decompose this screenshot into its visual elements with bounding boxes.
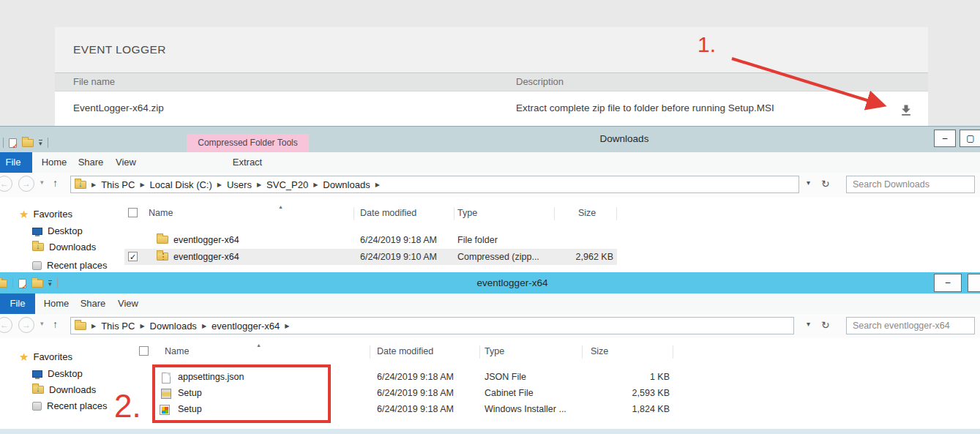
sidebar-item-desktop[interactable]: Desktop <box>32 368 83 379</box>
header-date-modified[interactable]: Date modified <box>360 208 416 218</box>
window2-search-box[interactable] <box>846 317 975 334</box>
header-name[interactable]: Name <box>165 346 189 356</box>
search-input[interactable] <box>847 318 974 334</box>
tab-file[interactable]: File <box>0 152 32 173</box>
breadcrumb-users[interactable]: Users <box>227 179 252 190</box>
recent-places-icon <box>32 261 42 270</box>
new-folder-icon[interactable] <box>31 280 43 288</box>
window2-address-row: ← → ▾ ↑ ▶This PC ▶Downloads ▶eventlogger… <box>0 314 980 338</box>
sidebar-group-favorites[interactable]: ★ Favorites <box>19 351 72 362</box>
window1-address-row: ← → ▾ ↑ ▶This PC ▶Local Disk (C:) ▶Users… <box>0 173 980 197</box>
sidebar-item-desktop[interactable]: Desktop <box>32 225 83 236</box>
annotation-step-1: 1. <box>697 32 716 57</box>
sidebar-item-downloads[interactable]: Downloads <box>32 384 96 395</box>
header-size[interactable]: Size <box>578 208 596 218</box>
header-type[interactable]: Type <box>457 208 477 218</box>
bottom-edge-strip <box>0 428 980 434</box>
file-row-eventlogger-zip[interactable]: ✓ eventlogger-x64 6/24/2019 9:10 AM Comp… <box>124 249 617 265</box>
header-name[interactable]: Name <box>149 208 173 218</box>
breadcrumb-eventlogger-x64[interactable]: eventlogger-x64 <box>212 321 280 332</box>
customize-quick-access-icon[interactable]: ▾ <box>48 280 52 287</box>
header-type[interactable]: Type <box>485 346 504 356</box>
refresh-icon[interactable]: ↻ <box>821 178 830 190</box>
folder-icon <box>75 322 86 330</box>
minimize-button[interactable]: – <box>934 130 956 147</box>
minimize-button[interactable]: – <box>934 274 962 292</box>
divider <box>57 278 58 288</box>
file-row-eventlogger-folder[interactable]: eventlogger-x64 6/24/2019 9:18 AM File f… <box>124 232 617 248</box>
explorer-window-downloads: ▾ Compressed Folder Tools Downloads – ▢ … <box>0 126 980 272</box>
quick-access-toolbar: ▾ <box>0 278 58 288</box>
download-webpage: EVENT LOGGER File name Description Event… <box>0 0 980 126</box>
recent-locations-icon[interactable]: ▾ <box>40 320 44 327</box>
list-header: Name ▲ Date modified Type Size <box>124 206 617 222</box>
sort-ascending-icon: ▲ <box>256 343 261 348</box>
list-header: Name ▲ Date modified Type Size <box>135 344 673 360</box>
forward-icon[interactable]: → <box>18 317 34 333</box>
properties-icon[interactable] <box>9 138 17 148</box>
sidebar-item-recent-places[interactable]: Recent places <box>32 260 107 271</box>
maximize-button[interactable] <box>968 274 980 292</box>
customize-quick-access-icon[interactable]: ▾ <box>39 140 42 146</box>
recent-locations-icon[interactable]: ▾ <box>40 179 44 186</box>
new-folder-icon[interactable] <box>22 139 34 147</box>
folder-icon <box>157 236 168 244</box>
breadcrumb-this-pc[interactable]: This PC <box>101 179 135 190</box>
window1-title: Downloads <box>551 133 697 144</box>
address-dropdown-icon[interactable]: ▾ <box>807 320 810 328</box>
row-checkbox-checked[interactable]: ✓ <box>128 252 138 261</box>
window2-titlebar[interactable]: ▾ eventlogger-x64 – <box>0 272 980 293</box>
refresh-icon[interactable]: ↻ <box>821 319 830 331</box>
downloads-folder-icon <box>32 243 44 251</box>
window1-ribbon-tabs: File Home Share View Extract <box>0 152 980 173</box>
zip-folder-icon <box>157 252 168 261</box>
screenshot-stage: EVENT LOGGER File name Description Event… <box>0 0 980 434</box>
folder-icon <box>0 280 7 288</box>
contextual-tab-group: Compressed Folder Tools <box>187 134 309 152</box>
maximize-button[interactable]: ▢ <box>960 130 980 147</box>
description-cell: Extract complete zip file to folder befo… <box>516 102 774 113</box>
card-header: EVENT LOGGER <box>55 27 928 73</box>
quick-access-toolbar: ▾ <box>3 138 48 148</box>
download-table-row[interactable]: EventLogger-x64.zip Extract complete zip… <box>55 91 928 126</box>
address-dropdown-icon[interactable]: ▾ <box>807 179 810 187</box>
forward-icon[interactable]: → <box>18 176 34 192</box>
back-icon[interactable]: ← <box>0 317 12 333</box>
window2-title: eventlogger-x64 <box>439 277 586 288</box>
tab-view[interactable]: View <box>106 152 146 173</box>
header-date-modified[interactable]: Date modified <box>377 346 433 356</box>
divider <box>3 138 4 148</box>
back-icon[interactable]: ← <box>0 176 12 192</box>
favorites-star-icon: ★ <box>19 353 29 362</box>
window1-address-bar[interactable]: ▶This PC ▶Local Disk (C:) ▶Users ▶SVC_P2… <box>70 176 799 193</box>
breadcrumb-svc-p20[interactable]: SVC_P20 <box>266 179 308 190</box>
select-all-checkbox[interactable] <box>128 208 138 217</box>
header-size[interactable]: Size <box>591 346 608 356</box>
properties-icon[interactable] <box>18 279 26 288</box>
tab-view[interactable]: View <box>108 293 148 314</box>
sidebar-item-recent-places[interactable]: Recent places <box>32 400 107 411</box>
breadcrumb-this-pc[interactable]: This PC <box>101 321 135 332</box>
up-icon[interactable]: ↑ <box>53 318 58 330</box>
window1-titlebar[interactable]: ▾ Compressed Folder Tools Downloads – ▢ <box>0 127 980 152</box>
window1-content: ★ Favorites Desktop Downloads Recent pla… <box>0 197 980 272</box>
explorer-window-eventlogger: ▾ eventlogger-x64 – File Home Share View… <box>0 272 980 428</box>
breadcrumb: ▶This PC ▶Downloads ▶eventlogger-x64 ▶ <box>86 321 294 332</box>
window2-content: ★ Favorites Desktop Downloads Recent pla… <box>0 338 980 428</box>
file-name-cell: EventLogger-x64.zip <box>73 102 164 113</box>
select-all-checkbox[interactable] <box>139 346 149 356</box>
search-input[interactable] <box>847 176 974 192</box>
breadcrumb-downloads[interactable]: Downloads <box>323 179 370 190</box>
sidebar-group-favorites[interactable]: ★ Favorites <box>19 209 72 220</box>
breadcrumb-local-disk[interactable]: Local Disk (C:) <box>150 179 212 190</box>
breadcrumb-downloads[interactable]: Downloads <box>150 321 197 332</box>
annotation-step-2-rectangle <box>152 364 331 423</box>
window2-address-bar[interactable]: ▶This PC ▶Downloads ▶eventlogger-x64 ▶ <box>70 317 794 334</box>
tab-file[interactable]: File <box>0 293 35 314</box>
tab-extract[interactable]: Extract <box>216 152 279 173</box>
window1-search-box[interactable] <box>846 176 975 193</box>
sidebar-item-downloads[interactable]: Downloads <box>32 242 96 252</box>
download-icon[interactable] <box>899 103 913 118</box>
window1-file-list: Name ▲ Date modified Type Size eventlogg… <box>124 206 617 272</box>
up-icon[interactable]: ↑ <box>53 177 58 189</box>
